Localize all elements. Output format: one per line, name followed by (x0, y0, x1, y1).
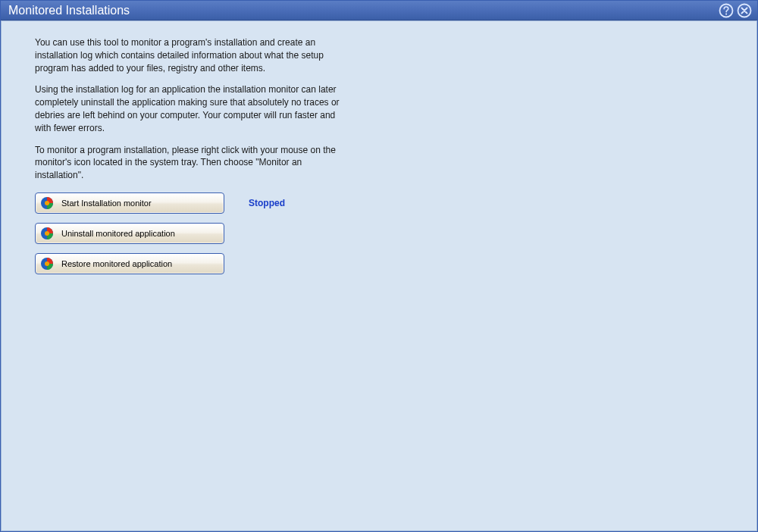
svg-point-8 (45, 261, 49, 266)
app-icon (40, 196, 54, 210)
svg-point-4 (45, 201, 49, 205)
svg-point-1 (725, 13, 727, 14)
title-bar: Monitored Installations (1, 1, 757, 20)
intro-paragraph-2: Using the installation log for an applic… (35, 83, 346, 134)
action-row-start: Start Installation monitor Stopped (35, 192, 726, 214)
monitor-status: Stopped (249, 198, 285, 208)
actions-group: Start Installation monitor Stopped Unins… (35, 192, 726, 274)
intro-paragraph-1: You can use this tool to monitor a progr… (35, 36, 346, 74)
svg-point-6 (45, 231, 49, 236)
close-icon (737, 3, 752, 18)
app-icon (40, 257, 54, 271)
restore-button-label: Restore monitored application (61, 259, 172, 268)
close-button[interactable] (736, 2, 753, 19)
uninstall-button-label: Uninstall monitored application (61, 229, 175, 238)
content-area: You can use this tool to monitor a progr… (1, 20, 757, 531)
action-row-restore: Restore monitored application (35, 253, 726, 274)
help-icon (719, 3, 734, 18)
start-button-label: Start Installation monitor (61, 199, 152, 208)
restore-monitored-application-button[interactable]: Restore monitored application (35, 253, 224, 274)
uninstall-monitored-application-button[interactable]: Uninstall monitored application (35, 223, 224, 244)
app-icon (40, 227, 54, 240)
start-installation-monitor-button[interactable]: Start Installation monitor (35, 192, 224, 214)
action-row-uninstall: Uninstall monitored application (35, 223, 726, 244)
title-controls (718, 2, 753, 19)
intro-text: You can use this tool to monitor a progr… (35, 36, 346, 182)
window: Monitored Installations You can use this… (0, 0, 758, 532)
intro-paragraph-3: To monitor a program installation, pleas… (35, 144, 346, 182)
window-title: Monitored Installations (8, 4, 130, 17)
help-button[interactable] (718, 2, 735, 19)
